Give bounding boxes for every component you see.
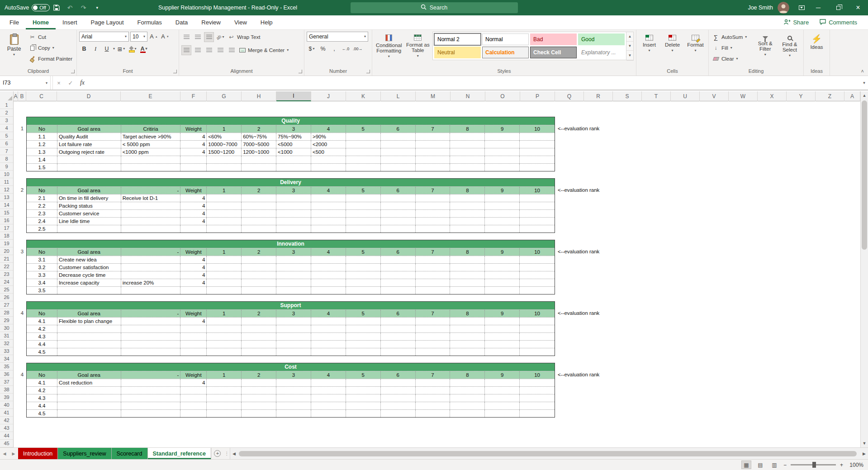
cell-K25[interactable] xyxy=(346,287,381,294)
cell-L40[interactable] xyxy=(381,402,416,409)
align-left-button[interactable] xyxy=(181,45,191,55)
cell-J6[interactable]: <2000 xyxy=(311,141,346,148)
cell-J7[interactable]: <500 xyxy=(311,148,346,156)
cell-E23[interactable] xyxy=(121,271,181,279)
row-header-8[interactable]: 8 xyxy=(0,155,13,163)
cell-G7[interactable]: 1500~1200 xyxy=(207,148,242,156)
cell-L39[interactable] xyxy=(381,394,416,402)
cell-Q28[interactable]: <--evaluation rank xyxy=(558,309,599,317)
cell-K29[interactable] xyxy=(346,318,381,325)
cell-M38[interactable] xyxy=(416,387,451,394)
cell-C29[interactable]: 4.1 xyxy=(27,318,57,325)
cell-F15[interactable]: 4 xyxy=(180,210,207,217)
normal-view-button[interactable]: ▦ xyxy=(741,461,751,469)
cell-P21[interactable] xyxy=(520,256,555,263)
cell-M12[interactable]: 7 xyxy=(416,187,451,194)
cell-N6[interactable] xyxy=(450,141,485,148)
cell-J22[interactable] xyxy=(311,264,346,271)
row-header-22[interactable]: 22 xyxy=(0,263,13,271)
row-header-34[interactable]: 34 xyxy=(0,355,13,363)
fill-color-button[interactable]: ▾ xyxy=(128,44,138,54)
cell-K12[interactable]: 5 xyxy=(346,187,381,194)
collapse-ribbon-icon[interactable]: ˄ xyxy=(861,69,864,73)
row-header-10[interactable]: 10 xyxy=(0,171,13,178)
cell-D41[interactable] xyxy=(57,410,121,417)
sheet-nav-left-icon[interactable]: ◀ xyxy=(0,448,9,459)
cell-I37[interactable] xyxy=(276,379,311,386)
cell-F30[interactable] xyxy=(180,325,207,332)
cell-G32[interactable] xyxy=(207,341,242,348)
cell-L32[interactable] xyxy=(381,341,416,348)
save-button[interactable] xyxy=(50,0,63,15)
cell-E5[interactable]: Target achieve >90% xyxy=(121,133,181,140)
cell-P36[interactable]: 10 xyxy=(520,371,555,379)
cell-E22[interactable] xyxy=(121,264,181,271)
cell-N5[interactable] xyxy=(450,133,485,140)
cell-O7[interactable] xyxy=(485,148,520,156)
cell-G21[interactable] xyxy=(207,256,242,263)
row-header-39[interactable]: 39 xyxy=(0,394,13,401)
cell-E21[interactable] xyxy=(121,256,181,263)
zoom-in-button[interactable]: + xyxy=(840,462,843,468)
cell-E9[interactable] xyxy=(121,164,181,171)
cell-H38[interactable] xyxy=(242,387,276,394)
cell-H17[interactable] xyxy=(242,225,276,233)
cell-style-explanatory-[interactable]: Explanatory ... xyxy=(578,47,625,58)
cell-J38[interactable] xyxy=(311,387,346,394)
cell-F21[interactable]: 4 xyxy=(180,256,207,263)
cell-I21[interactable] xyxy=(276,256,311,263)
increase-font-size-button[interactable]: A xyxy=(149,32,159,42)
cell-F4[interactable]: Weight xyxy=(180,125,207,133)
cell-C14[interactable]: 2.2 xyxy=(27,202,57,209)
cell-L30[interactable] xyxy=(381,325,416,332)
zoom-out-button[interactable]: − xyxy=(783,462,787,468)
row-header-19[interactable]: 19 xyxy=(0,240,13,247)
cell-O5[interactable] xyxy=(485,133,520,140)
cell-G4[interactable]: 1 xyxy=(207,125,242,133)
cell-F17[interactable] xyxy=(180,225,207,233)
find-select-button[interactable]: Find & Select ▾ xyxy=(778,32,801,67)
cell-H41[interactable] xyxy=(242,410,276,417)
cell-C32[interactable]: 4.4 xyxy=(27,341,57,348)
cell-G9[interactable] xyxy=(207,164,242,171)
cell-J40[interactable] xyxy=(311,402,346,409)
cell-F14[interactable]: 4 xyxy=(180,202,207,209)
cut-button[interactable]: ✂Cut xyxy=(28,32,74,43)
cell-K6[interactable] xyxy=(346,141,381,148)
menu-tab-data[interactable]: Data xyxy=(169,15,194,29)
cell-M29[interactable] xyxy=(416,318,451,325)
cell-L24[interactable] xyxy=(381,279,416,286)
underline-button[interactable]: U xyxy=(102,44,112,54)
avatar[interactable] xyxy=(778,2,789,14)
row-header-38[interactable]: 38 xyxy=(0,386,13,394)
row-header-44[interactable]: 44 xyxy=(0,432,13,440)
cell-O40[interactable] xyxy=(485,402,520,409)
cell-C33[interactable]: 4.5 xyxy=(27,348,57,356)
cell-D7[interactable]: Outgoing reject rate xyxy=(57,148,121,156)
cell-G38[interactable] xyxy=(207,387,242,394)
clipboard-dialog-launcher[interactable] xyxy=(71,70,75,73)
cell-M40[interactable] xyxy=(416,402,451,409)
cell-N9[interactable] xyxy=(450,164,485,171)
cell-E37[interactable] xyxy=(121,379,181,386)
cell-I41[interactable] xyxy=(276,410,311,417)
table-title-support[interactable]: Support xyxy=(27,302,555,309)
column-header-Y[interactable]: Y xyxy=(787,91,816,101)
cell-O31[interactable] xyxy=(485,333,520,340)
cell-I13[interactable] xyxy=(276,195,311,202)
cell-D5[interactable]: Quality Audit xyxy=(57,133,121,140)
cell-O36[interactable]: 9 xyxy=(485,371,520,379)
cell-N38[interactable] xyxy=(450,387,485,394)
cell-G39[interactable] xyxy=(207,394,242,402)
cell-O9[interactable] xyxy=(485,164,520,171)
cell-D6[interactable]: Lot failure rate xyxy=(57,141,121,148)
column-header-U[interactable]: U xyxy=(671,91,700,101)
cell-E4[interactable]: Critiria xyxy=(121,125,181,133)
cell-E6[interactable]: < 5000 ppm xyxy=(121,141,181,148)
cell-E13[interactable]: Receive lot D-1 xyxy=(121,195,181,202)
cell-I23[interactable] xyxy=(276,271,311,279)
cell-I31[interactable] xyxy=(276,333,311,340)
menu-tab-formulas[interactable]: Formulas xyxy=(131,15,169,29)
cell-J17[interactable] xyxy=(311,225,346,233)
cell-G16[interactable] xyxy=(207,218,242,225)
